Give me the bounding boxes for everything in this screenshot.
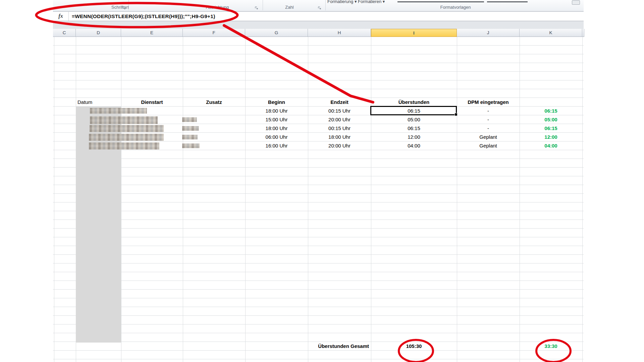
dialog-launcher-icon[interactable] — [318, 5, 322, 9]
cell-H12[interactable]: 18:00 Uhr — [308, 133, 371, 141]
total-label[interactable]: Überstunden Gesamt — [308, 342, 371, 351]
column-header-H[interactable]: H — [308, 29, 371, 37]
header-dpm[interactable]: DPM eingetragen — [457, 98, 520, 107]
cell-I12[interactable]: 12:00 — [371, 133, 457, 141]
insert-function-button[interactable]: fx — [53, 12, 69, 21]
cell-I10[interactable]: 05:00 — [371, 115, 457, 124]
cell-G13[interactable]: 16:00 Uhr — [245, 141, 308, 150]
gridline — [308, 37, 308, 362]
redacted-text — [182, 117, 197, 122]
cell-G9[interactable]: 18:00 Uhr — [245, 107, 308, 115]
redacted-text — [182, 143, 200, 148]
fill-handle[interactable] — [454, 113, 458, 116]
name-box-strip — [53, 21, 584, 29]
cell-J11[interactable]: - — [457, 124, 520, 133]
cell-H9[interactable]: 00:15 Uhr — [308, 107, 371, 115]
cell-K12[interactable]: 12:00 — [520, 133, 582, 141]
cell-J10[interactable]: - — [457, 115, 520, 124]
header-zusatz[interactable]: Zusatz — [183, 98, 245, 107]
column-header-I-selected[interactable]: I — [371, 29, 457, 37]
header-datum[interactable]: Datum — [76, 98, 123, 107]
column-header-E[interactable]: E — [121, 29, 183, 37]
dialog-launcher-icon[interactable] — [122, 5, 126, 9]
cell-K13[interactable]: 04:00 — [520, 141, 582, 150]
group-divider — [128, 0, 129, 10]
redacted-text — [90, 125, 164, 132]
column-header-G[interactable]: G — [245, 29, 308, 37]
column-header-sliver — [582, 29, 584, 37]
cell-selection-I9[interactable] — [370, 106, 457, 115]
ribbon-cropped-buttons[interactable]: Formatierung ▾ Formatieren ▾ — [327, 0, 385, 4]
redacted-text — [182, 135, 198, 139]
cell-K9[interactable]: 06:15 — [520, 107, 582, 115]
header-beginn[interactable]: Beginn — [245, 98, 308, 107]
ribbon-group-schriftart: Schriftart — [93, 5, 147, 10]
gridline — [183, 37, 183, 362]
ribbon: Formatierung ▾ Formatieren ▾ Schriftart … — [53, 0, 584, 12]
cell-styles-gallery-edge — [397, 1, 484, 2]
cell-H13[interactable]: 20:00 Uhr — [308, 141, 371, 150]
redacted-text — [90, 108, 147, 114]
group-divider — [263, 0, 263, 10]
cell-J12[interactable]: Geplant — [457, 133, 520, 141]
cell-G11[interactable]: 18:00 Uhr — [245, 124, 308, 133]
group-divider — [325, 0, 326, 10]
cell-K11[interactable]: 06:15 — [520, 124, 582, 133]
gridline — [54, 37, 54, 362]
cell-H11[interactable]: 00:15 Uhr — [308, 124, 371, 133]
total-k-value[interactable]: 33:30 — [520, 342, 582, 351]
cell-I13[interactable]: 04:00 — [371, 141, 457, 150]
gridline — [457, 37, 457, 362]
gridline — [582, 37, 583, 362]
cell-G12[interactable]: 06:00 Uhr — [245, 133, 308, 141]
header-endzeit[interactable]: Endzeit — [308, 98, 371, 107]
column-header-C[interactable]: C — [53, 29, 76, 37]
cell-J13[interactable]: Geplant — [457, 141, 520, 150]
cell-styles-gallery-edge — [487, 1, 528, 2]
gridline — [245, 37, 246, 362]
sheet-grid[interactable] — [53, 37, 584, 362]
redacted-column — [76, 107, 121, 343]
cell-J9[interactable]: - — [457, 107, 520, 115]
header-dienstart[interactable]: Dienstart — [121, 98, 183, 107]
total-value[interactable]: 105:30 — [371, 342, 457, 351]
column-header-F[interactable]: F — [183, 29, 245, 37]
cell-G10[interactable]: 15:00 Uhr — [245, 115, 308, 124]
ribbon-group-zahl: Zahl — [269, 5, 310, 10]
gallery-scroll-button[interactable] — [572, 0, 580, 5]
gridline — [371, 37, 371, 362]
formula-bar: fx =WENN(ODER(ISTLEER(G9);(ISTLEER(H9)))… — [53, 12, 584, 21]
redacted-text — [182, 126, 199, 131]
column-header-K[interactable]: K — [520, 29, 582, 37]
column-header-D[interactable]: D — [76, 29, 121, 37]
gridline — [121, 37, 121, 362]
redacted-text — [89, 142, 159, 149]
dialog-launcher-icon[interactable] — [255, 5, 259, 9]
header-ueberstunden[interactable]: Überstunden — [371, 98, 457, 107]
cell-I11[interactable]: 06:15 — [371, 124, 457, 133]
column-header-J[interactable]: J — [457, 29, 520, 37]
redacted-text — [90, 116, 158, 124]
formula-input[interactable]: =WENN(ODER(ISTLEER(G9);(ISTLEER(H9)));""… — [72, 12, 215, 21]
gridline — [520, 37, 520, 362]
cell-H10[interactable]: 20:00 Uhr — [308, 115, 371, 124]
cell-K10[interactable]: 05:00 — [520, 115, 582, 124]
excel-screenshot: Formatierung ▾ Formatieren ▾ Schriftart … — [0, 0, 644, 362]
ribbon-group-formatvorlagen: Formatvorlagen — [402, 5, 509, 10]
redacted-text — [89, 134, 164, 141]
